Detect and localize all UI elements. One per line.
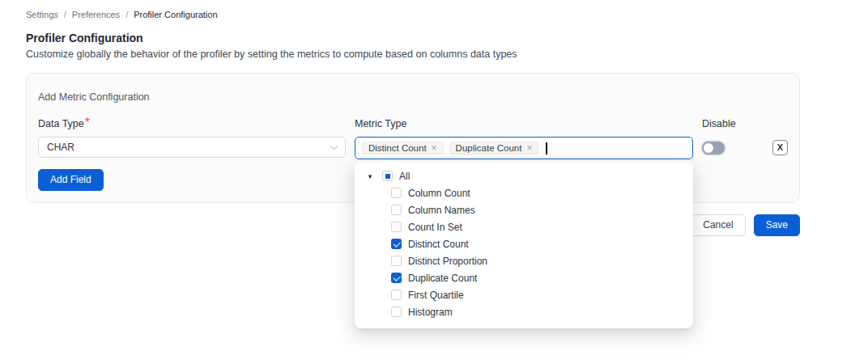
cancel-button[interactable]: Cancel [691,214,745,236]
tree-option-count-in-set[interactable]: Count In Set [358,218,690,235]
required-asterisk: * [85,116,90,129]
option-label[interactable]: Column Names [408,205,475,216]
field-labels-row: Data Type* Metric Type Disable [38,116,788,130]
selected-tag-distinct-count: Distinct Count × [362,142,444,154]
option-label[interactable]: Histogram [408,307,453,318]
tree-option-histogram[interactable]: Histogram [358,303,690,320]
disable-toggle[interactable] [702,142,725,154]
option-label[interactable]: Count In Set [408,222,462,233]
breadcrumb-current: Profiler Configuration [134,10,217,19]
toggle-knob [704,143,713,153]
option-checkbox[interactable] [391,222,402,232]
tag-label: Duplicate Count [456,143,522,153]
metric-configuration-card: Add Metric Configuration Data Type* Metr… [26,73,800,203]
page-content: Settings / Preferences / Profiler Config… [26,0,800,236]
data-type-select[interactable]: CHAR [38,137,346,158]
disable-label: Disable [702,118,736,129]
tree-option-distinct-proportion[interactable]: Distinct Proportion [358,252,690,269]
all-checkbox[interactable] [382,171,393,181]
breadcrumb: Settings / Preferences / Profiler Config… [26,10,800,19]
add-field-button[interactable]: Add Field [38,169,104,191]
metric-type-multiselect[interactable]: Distinct Count × Duplicate Count × [355,137,693,159]
breadcrumb-separator: / [64,10,66,19]
option-label[interactable]: Column Count [408,188,470,199]
option-checkbox[interactable] [391,307,402,317]
breadcrumb-separator: / [126,10,128,19]
tree-option-duplicate-count[interactable]: Duplicate Count [358,269,690,286]
metric-type-label: Metric Type [355,118,406,129]
option-label[interactable]: Distinct Proportion [408,256,487,267]
option-label[interactable]: All [399,171,410,182]
tree-option-column-count[interactable]: Column Count [358,184,690,201]
tree-option-distinct-count[interactable]: Distinct Count [358,235,690,252]
option-label[interactable]: First Quartile [408,290,464,301]
remove-row-button[interactable]: X [772,140,788,155]
tag-remove-icon[interactable]: × [526,143,532,153]
selected-tag-duplicate-count: Duplicate Count × [449,142,539,154]
option-checkbox[interactable] [391,256,402,266]
breadcrumb-preferences[interactable]: Preferences [72,10,120,19]
option-label[interactable]: Distinct Count [408,239,469,250]
tree-option-column-names[interactable]: Column Names [358,201,690,218]
option-checkbox[interactable] [391,188,402,198]
page-title: Profiler Configuration [26,32,800,44]
data-type-value: CHAR [47,142,74,153]
page-subtitle: Customize globally the behavior of the p… [26,49,800,60]
option-label[interactable]: Duplicate Count [408,273,477,284]
tag-remove-icon[interactable]: × [432,143,437,153]
card-title: Add Metric Configuration [38,91,788,103]
option-checkbox[interactable] [391,273,402,283]
tree-collapse-icon[interactable]: ▾ [364,172,376,180]
option-checkbox[interactable] [391,239,402,249]
tree-option-all[interactable]: ▾ All [358,167,690,184]
chevron-down-icon [330,142,338,150]
save-button[interactable]: Save [754,214,800,236]
breadcrumb-settings[interactable]: Settings [26,10,58,19]
option-checkbox[interactable] [391,205,402,215]
tree-option-first-quartile[interactable]: First Quartile [358,286,690,303]
option-checkbox[interactable] [391,290,402,300]
data-type-label: Data Type [38,118,84,129]
metric-type-dropdown: ▾ All Column Count Column Names Co [355,162,693,328]
field-controls-row: CHAR Distinct Count × Duplicate Count × [38,137,788,159]
tag-label: Distinct Count [368,143,427,153]
text-cursor [546,142,547,154]
